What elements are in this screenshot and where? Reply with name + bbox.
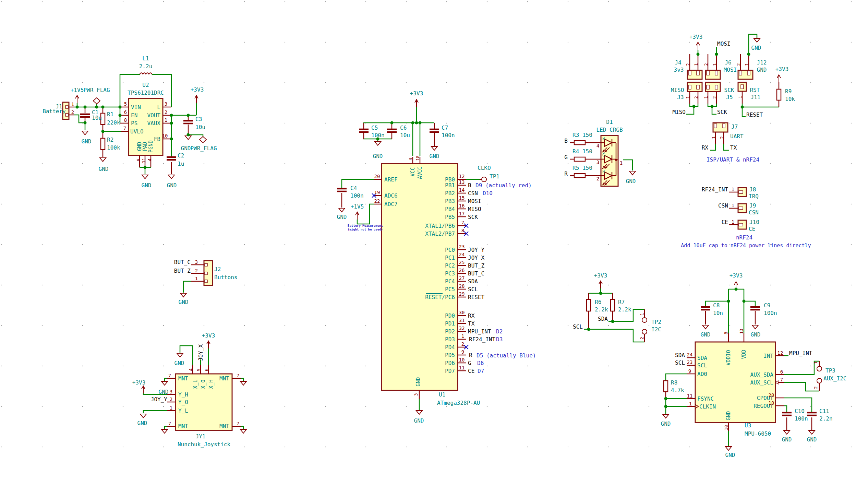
grid-dot (123, 42, 123, 43)
resistor-R3[interactable] (574, 141, 585, 145)
grid-dot (487, 1, 487, 2)
resistor-R9[interactable] (777, 89, 781, 100)
ref-C9: C9 (764, 302, 770, 309)
resistor-R2[interactable] (101, 138, 105, 150)
grid-dot (123, 366, 123, 366)
schematic-text: 7 (461, 220, 464, 225)
grid-dot (649, 285, 649, 285)
testpoint-TP3-2[interactable] (817, 378, 822, 383)
grid-dot (568, 204, 568, 204)
grid-dot (204, 204, 204, 204)
grid-dot (649, 204, 649, 204)
ref-C11: C11 (819, 408, 829, 414)
grid-dot (285, 244, 285, 245)
value-TP2: I2C (651, 326, 661, 333)
junction-dot (741, 106, 744, 109)
ref-C8: C8 (713, 302, 720, 309)
resistor-R7[interactable] (611, 299, 615, 311)
schematic-text: PD2 (445, 328, 455, 335)
grid-dot (123, 82, 123, 83)
schematic-text: GND (99, 166, 109, 172)
schematic-text: BUT_Z (468, 262, 485, 269)
note-d7: D7 (478, 368, 484, 374)
schematic-text: CE (722, 219, 728, 225)
grid-dot (487, 325, 487, 326)
schematic-text: 1 (744, 63, 749, 66)
value-C7: 100n (442, 132, 455, 139)
schematic-text: 22 (374, 198, 380, 204)
testpoint-TP1[interactable] (482, 177, 486, 182)
schematic-text: 10 (459, 357, 465, 363)
grid-dot (487, 244, 487, 245)
ref-J9: J9 (749, 202, 756, 209)
schematic-text: 2 (71, 109, 74, 115)
junction-dot (587, 328, 590, 331)
value-C3: 10u (195, 124, 205, 130)
schematic-text: 8 (461, 228, 464, 233)
schematic-text: 26 (459, 268, 465, 273)
testpoint-TP3-1[interactable] (817, 366, 822, 371)
ref-TP2: TP2 (651, 319, 661, 325)
schematic-text: GND (725, 411, 732, 420)
junction-dot (84, 121, 87, 125)
pin-pad (714, 124, 717, 128)
note-d10: D10 (483, 190, 493, 197)
power-label-1v5: +1V5 (71, 87, 84, 93)
pin-pad (715, 71, 718, 75)
value-C2: 1u (178, 161, 184, 167)
schematic-text: XTAL1/PB6 (425, 223, 455, 229)
testpoint-TP2-1[interactable] (642, 318, 647, 322)
junction-dot (101, 106, 105, 109)
schematic-text: PGND (148, 140, 154, 153)
schematic-text: RESET (746, 111, 763, 118)
pin-pad (205, 263, 207, 266)
grid-dot (285, 163, 285, 164)
grid-dot (810, 447, 811, 447)
grid-dot (244, 42, 245, 43)
testpoint-TP2-2[interactable] (642, 329, 647, 334)
grid-dot (649, 325, 649, 326)
schematic-text: +3V3 (689, 34, 703, 40)
ref-D1: D1 (606, 119, 613, 125)
resistor-R8[interactable] (664, 381, 668, 392)
grid-dot (730, 204, 730, 204)
schematic-text: FSYNC (697, 395, 714, 402)
grid-dot (285, 204, 285, 204)
schematic-text: GND (137, 420, 147, 426)
grid-dot (487, 204, 487, 204)
grid-dot (446, 42, 447, 43)
value-J9: CSN (749, 209, 759, 216)
schematic-text: 18 (415, 155, 420, 161)
schematic-text: +3V3 (202, 332, 215, 339)
grid-dot (770, 42, 771, 43)
note-isp-uart: ISP/UART & nRF24 (707, 156, 759, 163)
grid-dot (527, 285, 528, 285)
value-U3: MPU-6050 (745, 430, 771, 437)
junction-dot (390, 121, 394, 125)
grid-dot (527, 82, 528, 83)
schematic-text: GND (82, 138, 92, 145)
schematic-text: 2 (712, 96, 717, 99)
grid-dot (568, 1, 568, 2)
resistor-R5[interactable] (574, 174, 585, 178)
ref-C4: C4 (350, 185, 357, 191)
grid-dot (770, 325, 771, 326)
schematic-text: 14 (459, 187, 465, 193)
junction-dot (715, 53, 718, 56)
schematic-canvas[interactable]: +1V5PWR_FLAGJ1Battery12C110uR1220kR2100k… (0, 0, 868, 485)
note-nrf24-cap: Add 10uF cap to nRF24 power lines direct… (681, 242, 811, 249)
schematic-text: Y_H (178, 391, 188, 398)
grid-dot (42, 325, 43, 326)
schematic-text: 2 (703, 63, 709, 66)
grid-dot (82, 82, 83, 83)
junction-dot (170, 122, 173, 125)
resistor-R6[interactable] (587, 299, 591, 311)
schematic-text: GND (337, 214, 347, 220)
schematic-text: BUT_C (174, 259, 191, 265)
schematic-text: MOSI (468, 198, 481, 204)
resistor-R4[interactable] (574, 157, 585, 161)
grid-dot (810, 285, 811, 285)
schematic-text: 6 (780, 369, 783, 375)
ref-L1: L1 (142, 55, 149, 62)
grid-dot (568, 163, 568, 164)
